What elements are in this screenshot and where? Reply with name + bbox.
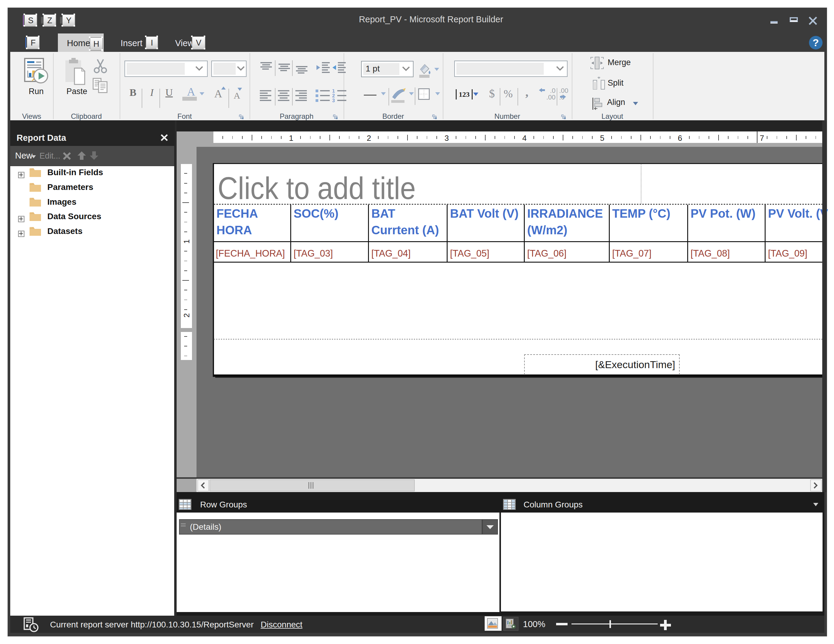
svg-text:2: 2 — [332, 93, 335, 98]
svg-text:1: 1 — [332, 89, 335, 94]
svg-text:3: 3 — [332, 98, 335, 103]
